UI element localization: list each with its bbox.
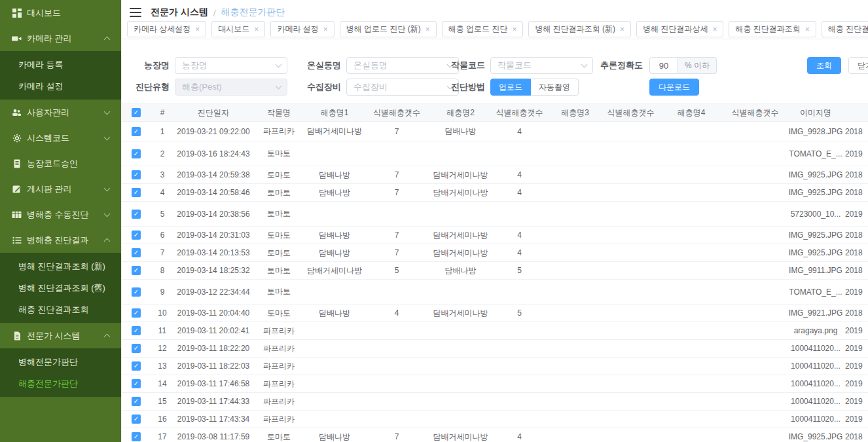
hamburger-menu-icon[interactable] [130,8,141,17]
row-checkbox[interactable]: ✓ [132,326,141,335]
row-checkbox[interactable]: ✓ [132,379,141,388]
row-checkbox[interactable]: ✓ [132,170,141,179]
image-name: TOMATO_E_... [786,287,845,297]
farm-select[interactable]: 농장명 [175,57,287,74]
table-row[interactable]: ✓162019-03-11 17:43:34파프리카1000411020...2… [122,411,868,428]
sidebar-subitem-disease-result-old[interactable]: 병해 진단결과조회 (舊) [0,277,121,299]
registration-date-clipped: 2019 [845,287,868,297]
tab-disease-upload-diagnosis-new[interactable]: 병해 업로드 진단 (新)× [340,21,437,37]
sidebar-item-dashboard[interactable]: 대시보드 [0,0,121,26]
method-auto-button[interactable]: 자동촬영 [531,79,579,96]
crop-name: 토마토 [253,208,305,219]
image-name: IMG_9911.JPG [786,266,845,275]
tab-pest-result-detail[interactable]: 해충 진단결과상세× [822,21,868,37]
row-checkbox[interactable]: ✓ [132,188,141,197]
table-row[interactable]: ✓32019-03-14 20:59:38토마토담배나방7담배거세미나방4IMG… [122,166,868,184]
column-header: # [151,108,174,117]
sidebar-item-board-mgmt[interactable]: 게시판 관리 [0,176,121,202]
sidebar-item-system-code[interactable]: 시스템코드 [0,125,121,151]
table-row[interactable]: ✓42019-03-14 20:58:46토마토담배나방7담배거세미나방4IMG… [122,184,868,202]
chevron-down-icon [104,134,111,140]
sidebar-subitem-pest-expert[interactable]: 해충전문가판단 [0,373,121,394]
table-row[interactable]: ✓122019-03-11 18:22:20파프리카1000411020...2… [122,340,868,358]
sidebar: 대시보드카메라 관리카메라 등록카메라 설정사용자관리시스템코드농장코드승인게시… [0,0,121,442]
table-row[interactable]: ✓142019-03-11 17:46:58파프리카1000411020...2… [122,375,868,393]
row-number: 15 [151,397,174,406]
tab-close-icon[interactable]: × [425,25,430,34]
diag-type-select[interactable]: 해충(Pest) [175,79,287,96]
sidebar-item-camera-mgmt[interactable]: 카메라 관리 [0,26,121,51]
row-checkbox[interactable]: ✓ [132,248,141,257]
image-name: 1000411020... [786,414,845,424]
tab-close-icon[interactable]: × [323,25,328,34]
tab-pest-upload-diagnosis[interactable]: 해충 업로드 진단× [442,21,524,37]
row-checkbox[interactable]: ✓ [132,361,141,371]
pest-count-2: 4 [492,248,547,257]
image-name: 1000411020... [786,379,845,388]
tab-close-icon[interactable]: × [254,25,259,34]
select-all-checkbox[interactable]: ✓ [132,108,141,117]
row-checkbox[interactable]: ✓ [132,308,141,318]
row-checkbox[interactable]: ✓ [132,414,141,424]
pest-count-1: 7 [364,170,429,179]
close-button[interactable]: 닫기 [848,57,868,74]
accuracy-unit: % 이하 [678,57,717,74]
tab-close-icon[interactable]: × [620,25,624,34]
download-button[interactable]: 다운로드 [649,79,699,96]
row-checkbox-cell: ✓ [122,326,151,335]
sidebar-item-label: 병해충 수동진단 [27,209,89,221]
tab-pest-result-list[interactable]: 해충 진단결과조회× [729,21,816,37]
sidebar-subitem-disease-result-new[interactable]: 병해 진단결과조회 (新) [0,255,121,277]
sidebar-item-farm-code-approval[interactable]: 농장코드승인 [0,151,121,176]
tab-close-icon[interactable]: × [512,25,516,34]
sidebar-item-expert-system[interactable]: 전문가 시스템 [0,323,121,348]
sidebar-item-manual-diagnosis[interactable]: 병해충 수동진단 [0,202,121,227]
table-row[interactable]: ✓112019-03-11 20:02:41파프리카aragaya.png201… [122,322,868,340]
diagnosis-date: 2019-03-14 20:13:53 [174,248,253,257]
table-row[interactable]: ✓92019-03-12 22:34:44토마토TOMATO_E_...2019 [122,280,868,304]
sidebar-subitem-camera-register[interactable]: 카메라 등록 [0,54,121,75]
row-checkbox[interactable]: ✓ [132,127,141,136]
crop-code-select[interactable]: 작물코드 [490,57,593,74]
search-button[interactable]: 조회 [807,57,841,74]
method-upload-button[interactable]: 업로드 [490,79,531,96]
tab-close-icon[interactable]: × [805,25,810,34]
row-checkbox[interactable]: ✓ [132,287,141,297]
greenhouse-select[interactable]: 온실동명 [346,57,459,74]
row-checkbox[interactable]: ✓ [132,210,141,219]
table-row[interactable]: ✓132019-03-11 18:22:03파프리카1000411020...2… [122,358,868,375]
registration-date-clipped: 2018 [845,266,868,275]
tab-disease-result-detail[interactable]: 병해 진단결과상세× [636,21,723,37]
table-row[interactable]: ✓102019-03-11 20:04:40토마토담배나방4담배거세미나방5IM… [122,304,868,322]
table-row[interactable]: ✓82019-03-14 18:25:32토마토담배거세미나방5담배나방5IMG… [122,262,868,280]
breadcrumb-root[interactable]: 전문가 시스템 [151,7,208,18]
row-checkbox[interactable]: ✓ [132,344,141,353]
sidebar-subitem-disease-expert[interactable]: 병해전문가판단 [0,351,121,373]
sidebar-item-user-mgmt[interactable]: 사용자관리 [0,100,121,125]
row-checkbox[interactable]: ✓ [132,230,141,240]
row-checkbox[interactable]: ✓ [132,432,141,441]
row-checkbox[interactable]: ✓ [132,266,141,275]
table-row[interactable]: ✓152019-03-11 17:44:33파프리카1000411020...2… [122,393,868,411]
tab-camera-settings[interactable]: 카메라 설정× [270,21,334,37]
sidebar-subitem-camera-settings[interactable]: 카메라 설정 [0,75,121,97]
tab-dashboard[interactable]: 대시보드× [211,21,265,37]
sidebar-submenu-camera-mgmt: 카메라 등록카메라 설정 [0,51,121,100]
tab-label: 카메라 설정 [277,24,318,35]
table-row[interactable]: ✓52019-03-14 20:38:56토마토5723000_10...201… [122,202,868,227]
tab-disease-result-list-new[interactable]: 병해 진단결과조회 (新)× [528,21,631,37]
table-row[interactable]: ✓172019-03-08 11:17:59토마토담배나방7담배거세미나방4IM… [122,428,868,442]
tab-camera-detail-settings[interactable]: 카메라 상세설정× [127,21,206,37]
device-select[interactable]: 수집장비 [346,79,459,96]
table-row[interactable]: ✓12019-03-21 09:22:00파프리카담배거세미나방7담배나방4IM… [122,122,868,141]
tab-close-icon[interactable]: × [195,25,200,34]
tab-close-icon[interactable]: × [712,25,717,34]
row-checkbox[interactable]: ✓ [132,397,141,406]
table-row[interactable]: ✓72019-03-14 20:13:53토마토담배나방7담배거세미나방4IMG… [122,244,868,262]
accuracy-input[interactable] [649,57,678,74]
sidebar-item-diagnosis-results[interactable]: 병해충 진단결과 [0,227,121,253]
table-row[interactable]: ✓22019-03-16 18:24:43토마토TOMATO_E_...2019 [122,141,868,166]
row-checkbox[interactable]: ✓ [132,149,141,158]
table-row[interactable]: ✓62019-03-14 20:31:03토마토담배나방7담배거세미나방4IMG… [122,227,868,244]
sidebar-subitem-pest-result[interactable]: 해충 진단결과조회 [0,299,121,320]
